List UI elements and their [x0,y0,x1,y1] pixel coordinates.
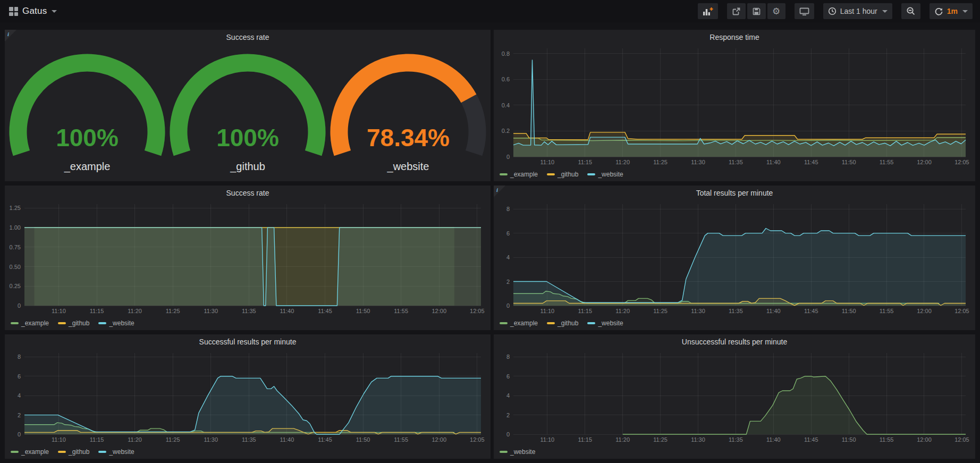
x-tick-label: 11:40 [766,436,781,443]
x-tick-label: 11:45 [318,436,332,443]
x-tick-label: 11:25 [653,308,668,314]
legend-item-_example[interactable]: _example [500,319,538,327]
y-tick-label: 6 [506,230,510,237]
panel-title[interactable]: Unsuccessful results per minute [494,334,975,349]
panel-success-rate-series: Success rate 11:1011:1511:2011:2511:3011… [5,186,491,330]
x-tick-label: 11:40 [280,436,294,443]
chart-legend: _example_github_website [494,316,975,330]
legend-label: _website [510,448,535,456]
legend-label: _example [510,319,538,327]
legend-label: _example [21,319,49,327]
legend-swatch [98,451,106,453]
gauge-github: 100% _github [168,46,327,180]
successful-results-chart[interactable]: 11:1011:1511:2011:2511:3011:3511:4011:45… [5,349,491,445]
panel-info-icon[interactable] [5,30,16,41]
dashboard-picker-button[interactable]: Gatus [7,3,58,19]
panel-title[interactable]: Success rate [5,30,491,44]
x-tick-label: 11:30 [204,308,218,314]
x-tick-label: 11:45 [318,308,332,314]
add-panel-button[interactable] [698,3,718,19]
y-tick-label: 0.2 [502,128,510,134]
x-tick-label: 11:55 [880,159,894,165]
y-tick-label: 0.4 [502,102,510,108]
x-tick-label: 11:40 [766,308,781,314]
legend-label: _website [598,171,623,178]
legend-item-_website[interactable]: _website [587,319,623,327]
panel-unsuccessful-results: Unsuccessful results per minute 11:1011:… [494,334,975,459]
x-tick-label: 12:00 [432,436,446,443]
navbar: Gatus ⚙ [0,0,980,22]
legend-swatch [500,322,508,324]
y-tick-label: 8 [18,353,21,360]
share-button[interactable] [727,3,746,19]
x-tick-label: 11:35 [242,436,256,443]
gauge-arc [7,46,167,180]
info-icon-glyph: i [7,31,9,37]
legend-item-_website[interactable]: _website [500,448,535,456]
x-tick-label: 11:20 [615,159,630,165]
gauge-arc [328,46,488,180]
share-icon [732,7,741,16]
legend-swatch [11,322,19,324]
legend-label: _website [598,319,623,327]
x-tick-label: 11:25 [166,308,180,314]
legend-item-_example[interactable]: _example [11,319,49,327]
x-tick-label: 11:10 [52,436,66,443]
y-tick-label: 6 [506,373,510,380]
dashboard-grid: i Success rate 100% _example 100% _githu… [0,22,980,459]
legend-item-_example[interactable]: _example [500,171,538,178]
legend-item-_website[interactable]: _website [98,319,134,327]
y-tick-label: 8 [506,353,510,360]
panel-info-icon[interactable] [494,186,505,197]
chart-legend: _example_github_website [494,167,975,181]
legend-item-_website[interactable]: _website [98,448,134,456]
gauge-row: 100% _example 100% _github 78.34% _websi… [5,44,491,181]
x-tick-label: 11:15 [578,436,592,443]
time-range-label: Last 1 hour [840,7,877,15]
y-tick-label: 0 [18,302,21,309]
legend-item-_example[interactable]: _example [11,448,49,456]
legend-swatch [587,173,595,175]
y-tick-label: 2 [506,412,510,418]
gauge-value: 100% [7,123,167,152]
legend-item-_github[interactable]: _github [58,319,89,327]
legend-swatch [547,322,555,324]
response-time-chart[interactable]: 11:1011:1511:2011:2511:3011:3511:4011:45… [494,44,975,167]
settings-button[interactable]: ⚙ [767,3,785,19]
time-range-button[interactable]: Last 1 hour [823,3,892,19]
dashboard-title: Gatus [22,6,47,16]
legend-swatch [500,451,508,453]
unsuccessful-results-chart[interactable]: 11:1011:1511:2011:2511:3011:3511:4011:45… [494,349,975,445]
panel-title[interactable]: Success rate [5,186,491,200]
legend-item-_website[interactable]: _website [587,171,623,178]
x-tick-label: 12:05 [954,308,969,314]
refresh-button[interactable]: 1m [930,3,973,19]
x-tick-label: 11:35 [729,308,743,314]
legend-label: _website [109,319,134,327]
x-tick-label: 12:00 [917,436,932,443]
panel-title[interactable]: Total results per minute [494,186,975,200]
x-tick-label: 11:10 [540,308,554,314]
x-tick-label: 11:35 [242,308,256,314]
panel-title[interactable]: Response time [494,30,975,44]
legend-item-_github[interactable]: _github [58,448,89,456]
panel-title[interactable]: Successful results per minute [5,334,491,349]
x-tick-label: 11:30 [204,436,218,443]
legend-item-_github[interactable]: _github [547,171,578,178]
refresh-icon [934,7,943,16]
x-tick-label: 11:25 [653,436,668,443]
total-results-chart[interactable]: 11:1011:1511:2011:2511:3011:3511:4011:45… [494,200,975,316]
x-tick-label: 11:40 [280,308,294,314]
y-tick-label: 0.6 [502,76,510,82]
tv-mode-button[interactable] [795,3,814,19]
y-tick-label: 6 [18,373,21,380]
y-tick-label: 0.50 [10,264,21,270]
y-tick-label: 2 [18,412,21,418]
gauge-arc [168,46,327,180]
zoom-out-button[interactable] [901,3,920,19]
success-rate-chart[interactable]: 11:1011:1511:2011:2511:3011:3511:4011:45… [5,200,491,316]
save-button[interactable] [747,3,766,19]
legend-item-_github[interactable]: _github [547,319,578,327]
x-tick-label: 11:25 [653,159,668,165]
panel-success-rate-gauges: i Success rate 100% _example 100% _githu… [5,30,491,181]
